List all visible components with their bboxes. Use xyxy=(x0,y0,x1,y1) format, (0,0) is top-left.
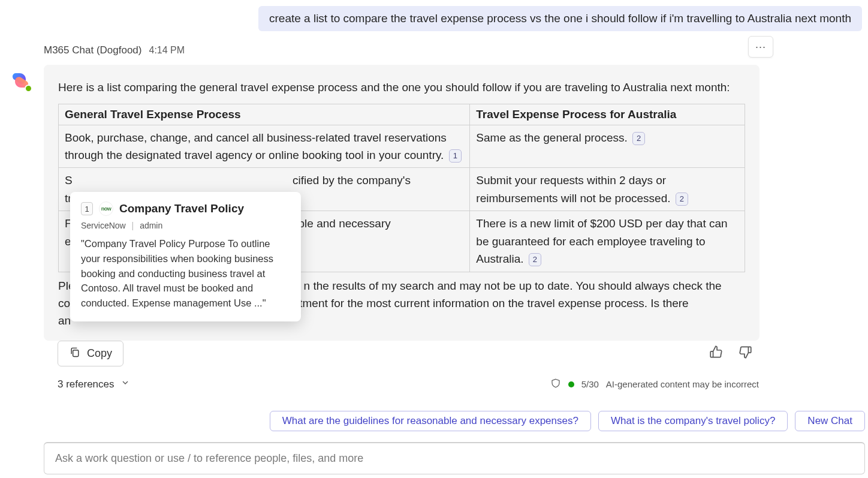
copy-icon xyxy=(69,346,81,361)
hover-meta: ServiceNow | admin xyxy=(81,221,290,230)
compose-box[interactable] xyxy=(44,442,865,474)
shield-icon[interactable] xyxy=(550,378,561,390)
thumbs-down-icon[interactable] xyxy=(737,344,753,363)
user-message-text: create a list to compare the travel expe… xyxy=(269,12,851,25)
sender-row: M365 Chat (Dogfood) 4:14 PM xyxy=(44,44,185,56)
hover-body: "Company Travel Policy Purpose To outlin… xyxy=(81,236,290,311)
citation-hover-card[interactable]: 1 now Company Travel Policy ServiceNow |… xyxy=(70,192,301,321)
message-more-button[interactable]: ··· xyxy=(748,36,773,58)
chip-label: What are the guidelines for reasonable a… xyxy=(282,415,578,426)
note-fragment: tment for the most current information o… xyxy=(299,297,688,309)
note-fragment: an xyxy=(58,314,71,327)
cell-text-fragment: able and necessary xyxy=(292,217,391,230)
presence-available-icon xyxy=(25,85,32,92)
citation-badge[interactable]: 1 xyxy=(449,149,462,163)
sender-time: 4:14 PM xyxy=(149,45,185,56)
more-icon: ··· xyxy=(755,41,766,53)
references-label: 3 references xyxy=(58,378,114,390)
new-chat-chip[interactable]: New Chat xyxy=(795,411,865,431)
compose-input[interactable] xyxy=(55,452,854,465)
cell-text: Submit your requests within 2 days or re… xyxy=(476,174,670,204)
feedback-buttons xyxy=(709,344,753,363)
chevron-down-icon xyxy=(120,378,130,390)
ai-counter: 5/30 xyxy=(581,379,599,389)
thumbs-up-icon[interactable] xyxy=(709,344,724,363)
table-row: Book, purchase, change, and cancel all b… xyxy=(59,125,745,168)
copilot-avatar[interactable] xyxy=(9,69,32,92)
sender-name: M365 Chat (Dogfood) xyxy=(44,44,141,56)
copy-label: Copy xyxy=(87,347,112,360)
table-header-australia: Travel Expense Process for Australia xyxy=(470,104,745,125)
hover-title: Company Travel Policy xyxy=(119,202,244,215)
copy-button[interactable]: Copy xyxy=(58,341,123,366)
citation-badge[interactable]: 2 xyxy=(632,132,645,145)
separator: | xyxy=(132,221,134,230)
cell-text: Same as the general process. xyxy=(476,131,627,144)
ai-disclaimer: AI-generated content may be incorrect xyxy=(606,379,759,389)
user-message: create a list to compare the travel expe… xyxy=(258,6,862,31)
citation-badge[interactable]: 2 xyxy=(529,253,541,266)
references-row: 3 references 5/30 AI-generated content m… xyxy=(58,378,759,390)
hover-card-header: 1 now Company Travel Policy xyxy=(81,202,290,216)
citation-badge[interactable]: 2 xyxy=(676,193,688,206)
cell-text-fragment: S xyxy=(65,174,73,187)
note-fragment: n the results of my search and may not b… xyxy=(304,279,722,292)
references-toggle[interactable]: 3 references xyxy=(58,378,130,390)
note-fragment: co xyxy=(58,297,70,309)
chip-label: What is the company's travel policy? xyxy=(611,415,775,426)
suggestion-chip[interactable]: What are the guidelines for reasonable a… xyxy=(270,411,591,431)
hover-source: ServiceNow xyxy=(81,221,126,230)
suggestion-chip[interactable]: What is the company's travel policy? xyxy=(598,411,788,431)
action-row: Copy xyxy=(58,341,759,366)
cell-text: There is a new limit of $200 USD per day… xyxy=(476,217,727,265)
table-header-general: General Travel Expense Process xyxy=(59,104,470,125)
cell-text: Book, purchase, change, and cancel all b… xyxy=(65,131,447,161)
servicenow-logo-icon: now xyxy=(99,202,113,216)
cell-text-fragment: cified by the company's xyxy=(293,174,411,187)
svg-rect-0 xyxy=(73,350,79,357)
hover-cite-number: 1 xyxy=(81,202,93,215)
chip-label: New Chat xyxy=(807,415,852,426)
status-dot-icon xyxy=(568,381,574,387)
suggestion-chips: What are the guidelines for reasonable a… xyxy=(44,411,865,431)
intro-text: Here is a list comparing the general tra… xyxy=(58,79,745,97)
hover-author: admin xyxy=(140,221,162,230)
